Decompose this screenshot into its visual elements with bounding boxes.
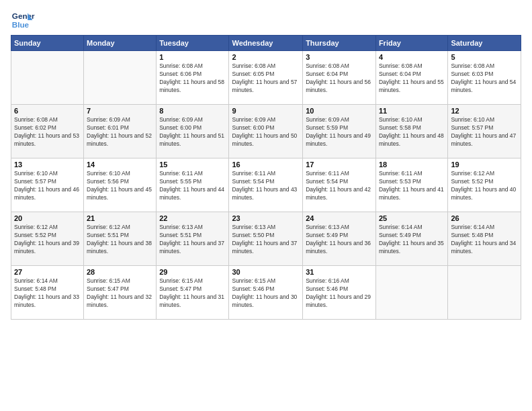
- day-number: 7: [87, 107, 153, 115]
- calendar-cell: 6Sunrise: 6:08 AM Sunset: 6:02 PM Daylig…: [11, 105, 84, 158]
- day-info: Sunrise: 6:13 AM Sunset: 5:50 PM Dayligh…: [232, 224, 300, 256]
- day-info: Sunrise: 6:14 AM Sunset: 5:48 PM Dayligh…: [451, 224, 518, 256]
- day-number: 16: [232, 161, 300, 169]
- logo-icon: General Blue: [11, 8, 35, 32]
- day-info: Sunrise: 6:13 AM Sunset: 5:51 PM Dayligh…: [159, 224, 226, 256]
- calendar-cell: 2Sunrise: 6:08 AM Sunset: 6:05 PM Daylig…: [229, 51, 303, 105]
- calendar-cell: 9Sunrise: 6:09 AM Sunset: 6:00 PM Daylig…: [229, 105, 303, 158]
- day-number: 15: [159, 161, 226, 169]
- weekday-header-friday: Friday: [375, 36, 447, 51]
- day-info: Sunrise: 6:08 AM Sunset: 6:04 PM Dayligh…: [379, 62, 445, 95]
- day-info: Sunrise: 6:13 AM Sunset: 5:49 PM Dayligh…: [306, 224, 373, 256]
- calendar-cell: 19Sunrise: 6:12 AM Sunset: 5:52 PM Dayli…: [448, 158, 521, 212]
- day-number: 30: [232, 268, 300, 276]
- day-number: 18: [379, 161, 445, 169]
- calendar-cell: [448, 266, 521, 320]
- day-number: 22: [159, 214, 226, 222]
- calendar-cell: 21Sunrise: 6:12 AM Sunset: 5:51 PM Dayli…: [84, 212, 157, 266]
- weekday-header-monday: Monday: [84, 36, 157, 51]
- day-info: Sunrise: 6:10 AM Sunset: 5:57 PM Dayligh…: [451, 116, 518, 148]
- calendar-cell: 25Sunrise: 6:14 AM Sunset: 5:49 PM Dayli…: [375, 212, 447, 266]
- day-number: 24: [306, 214, 373, 222]
- svg-text:Blue: Blue: [12, 20, 30, 29]
- day-info: Sunrise: 6:10 AM Sunset: 5:56 PM Dayligh…: [87, 170, 153, 202]
- header: General Blue: [11, 8, 521, 32]
- day-info: Sunrise: 6:12 AM Sunset: 5:52 PM Dayligh…: [451, 170, 518, 202]
- calendar-cell: 10Sunrise: 6:09 AM Sunset: 5:59 PM Dayli…: [303, 105, 376, 158]
- weekday-header-saturday: Saturday: [448, 36, 521, 51]
- day-number: 19: [451, 161, 518, 169]
- day-info: Sunrise: 6:15 AM Sunset: 5:46 PM Dayligh…: [232, 277, 300, 310]
- week-row-4: 20Sunrise: 6:12 AM Sunset: 5:52 PM Dayli…: [11, 212, 521, 266]
- day-info: Sunrise: 6:11 AM Sunset: 5:55 PM Dayligh…: [159, 170, 226, 202]
- weekday-header-wednesday: Wednesday: [229, 36, 303, 51]
- calendar-cell: 12Sunrise: 6:10 AM Sunset: 5:57 PM Dayli…: [448, 105, 521, 158]
- day-number: 29: [159, 268, 226, 276]
- calendar-cell: 14Sunrise: 6:10 AM Sunset: 5:56 PM Dayli…: [84, 158, 157, 212]
- calendar-cell: 28Sunrise: 6:15 AM Sunset: 5:47 PM Dayli…: [84, 266, 157, 320]
- day-number: 9: [232, 107, 300, 115]
- day-number: 1: [159, 53, 226, 61]
- calendar-cell: 4Sunrise: 6:08 AM Sunset: 6:04 PM Daylig…: [375, 51, 447, 105]
- day-number: 25: [379, 214, 445, 222]
- day-info: Sunrise: 6:08 AM Sunset: 6:06 PM Dayligh…: [159, 62, 226, 95]
- day-info: Sunrise: 6:10 AM Sunset: 5:57 PM Dayligh…: [14, 170, 81, 202]
- day-info: Sunrise: 6:09 AM Sunset: 6:00 PM Dayligh…: [159, 116, 226, 148]
- day-number: 2: [232, 53, 300, 61]
- week-row-1: 1Sunrise: 6:08 AM Sunset: 6:06 PM Daylig…: [11, 51, 521, 105]
- day-number: 8: [159, 107, 226, 115]
- calendar-cell: [11, 51, 84, 105]
- calendar-cell: 29Sunrise: 6:15 AM Sunset: 5:47 PM Dayli…: [157, 266, 229, 320]
- day-number: 26: [451, 214, 518, 222]
- calendar-cell: 3Sunrise: 6:08 AM Sunset: 6:04 PM Daylig…: [303, 51, 376, 105]
- weekday-header-row: SundayMondayTuesdayWednesdayThursdayFrid…: [11, 36, 521, 51]
- week-row-2: 6Sunrise: 6:08 AM Sunset: 6:02 PM Daylig…: [11, 105, 521, 158]
- logo: General Blue: [11, 8, 35, 32]
- day-number: 11: [379, 107, 445, 115]
- calendar-cell: 31Sunrise: 6:16 AM Sunset: 5:46 PM Dayli…: [303, 266, 376, 320]
- calendar-cell: 15Sunrise: 6:11 AM Sunset: 5:55 PM Dayli…: [157, 158, 229, 212]
- calendar-cell: 23Sunrise: 6:13 AM Sunset: 5:50 PM Dayli…: [229, 212, 303, 266]
- day-info: Sunrise: 6:08 AM Sunset: 6:04 PM Dayligh…: [306, 62, 373, 95]
- day-info: Sunrise: 6:09 AM Sunset: 6:00 PM Dayligh…: [232, 116, 300, 148]
- weekday-header-tuesday: Tuesday: [157, 36, 229, 51]
- day-number: 28: [87, 268, 153, 276]
- day-number: 17: [306, 161, 373, 169]
- day-info: Sunrise: 6:15 AM Sunset: 5:47 PM Dayligh…: [159, 277, 226, 310]
- day-number: 23: [232, 214, 300, 222]
- day-info: Sunrise: 6:14 AM Sunset: 5:48 PM Dayligh…: [14, 277, 81, 310]
- weekday-header-thursday: Thursday: [303, 36, 376, 51]
- day-info: Sunrise: 6:08 AM Sunset: 6:02 PM Dayligh…: [14, 116, 81, 148]
- calendar-cell: 22Sunrise: 6:13 AM Sunset: 5:51 PM Dayli…: [157, 212, 229, 266]
- calendar-cell: 18Sunrise: 6:11 AM Sunset: 5:53 PM Dayli…: [375, 158, 447, 212]
- calendar-cell: 17Sunrise: 6:11 AM Sunset: 5:54 PM Dayli…: [303, 158, 376, 212]
- day-info: Sunrise: 6:12 AM Sunset: 5:51 PM Dayligh…: [87, 224, 153, 256]
- calendar-cell: 11Sunrise: 6:10 AM Sunset: 5:58 PM Dayli…: [375, 105, 447, 158]
- week-row-5: 27Sunrise: 6:14 AM Sunset: 5:48 PM Dayli…: [11, 266, 521, 320]
- calendar-cell: [84, 51, 157, 105]
- day-info: Sunrise: 6:09 AM Sunset: 5:59 PM Dayligh…: [306, 116, 373, 148]
- calendar-cell: 1Sunrise: 6:08 AM Sunset: 6:06 PM Daylig…: [157, 51, 229, 105]
- day-info: Sunrise: 6:09 AM Sunset: 6:01 PM Dayligh…: [87, 116, 153, 148]
- day-number: 31: [306, 268, 373, 276]
- day-info: Sunrise: 6:14 AM Sunset: 5:49 PM Dayligh…: [379, 224, 445, 256]
- day-info: Sunrise: 6:11 AM Sunset: 5:53 PM Dayligh…: [379, 170, 445, 202]
- day-info: Sunrise: 6:12 AM Sunset: 5:52 PM Dayligh…: [14, 224, 81, 256]
- calendar-cell: 20Sunrise: 6:12 AM Sunset: 5:52 PM Dayli…: [11, 212, 84, 266]
- day-info: Sunrise: 6:15 AM Sunset: 5:47 PM Dayligh…: [87, 277, 153, 310]
- weekday-header-sunday: Sunday: [11, 36, 84, 51]
- day-info: Sunrise: 6:11 AM Sunset: 5:54 PM Dayligh…: [232, 170, 300, 202]
- day-info: Sunrise: 6:08 AM Sunset: 6:03 PM Dayligh…: [451, 62, 518, 95]
- day-info: Sunrise: 6:08 AM Sunset: 6:05 PM Dayligh…: [232, 62, 300, 95]
- week-row-3: 13Sunrise: 6:10 AM Sunset: 5:57 PM Dayli…: [11, 158, 521, 212]
- day-number: 12: [451, 107, 518, 115]
- calendar-cell: 26Sunrise: 6:14 AM Sunset: 5:48 PM Dayli…: [448, 212, 521, 266]
- day-number: 13: [14, 161, 81, 169]
- calendar-cell: 8Sunrise: 6:09 AM Sunset: 6:00 PM Daylig…: [157, 105, 229, 158]
- calendar-cell: 16Sunrise: 6:11 AM Sunset: 5:54 PM Dayli…: [229, 158, 303, 212]
- calendar-cell: 30Sunrise: 6:15 AM Sunset: 5:46 PM Dayli…: [229, 266, 303, 320]
- day-number: 10: [306, 107, 373, 115]
- day-number: 27: [14, 268, 81, 276]
- calendar-cell: 7Sunrise: 6:09 AM Sunset: 6:01 PM Daylig…: [84, 105, 157, 158]
- day-number: 5: [451, 53, 518, 61]
